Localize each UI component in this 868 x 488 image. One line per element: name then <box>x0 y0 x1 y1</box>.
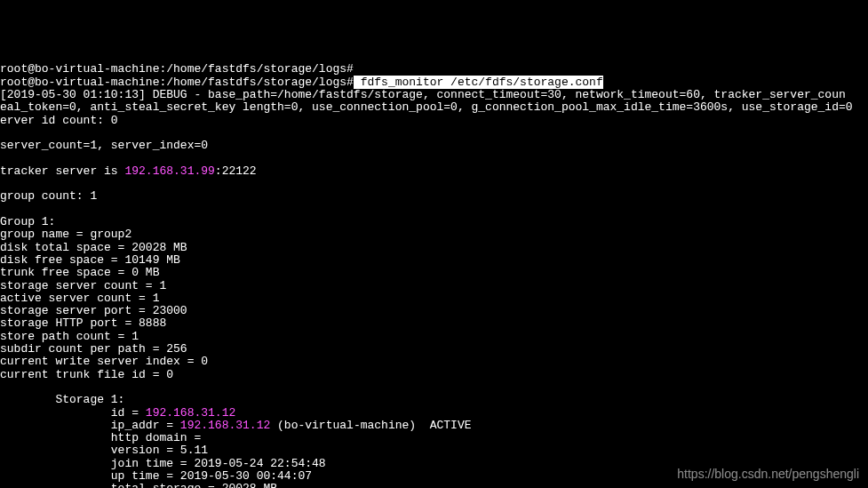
blank-3 <box>0 178 868 190</box>
store-path-count: store path count = 1 <box>0 331 868 343</box>
trunk-free: trunk free space = 0 MB <box>0 267 868 279</box>
group-header: Group 1: <box>0 216 868 228</box>
server-count: server_count=1, server_index=0 <box>0 140 868 152</box>
prompt-line-prev: root@bo-virtual-machine:/home/fastdfs/st… <box>0 63 868 76</box>
blank-2 <box>0 153 868 165</box>
group-count: group count: 1 <box>0 190 868 203</box>
storage-ip-addr: 192.168.31.12 <box>180 419 270 432</box>
storage-header: Storage 1: <box>0 394 868 406</box>
blank-4 <box>0 204 868 216</box>
disk-total: disk total space = 20028 MB <box>0 242 868 254</box>
storage-ip-prefix: ip_addr = <box>0 419 180 432</box>
active-count: active server count = 1 <box>0 292 868 305</box>
prompt-prev: root@bo-virtual-machine:/home/fastdfs/st… <box>0 62 354 76</box>
group-name: group name = group2 <box>0 228 868 241</box>
debug-line-1: [2019-05-30 01:10:13] DEBUG - base_path=… <box>0 89 868 101</box>
tracker-prefix: tracker server is <box>0 164 124 178</box>
prompt-line: root@bo-virtual-machine:/home/fastdfs/st… <box>0 76 868 89</box>
subdir-count: subdir count per path = 256 <box>0 343 868 356</box>
http-port: storage HTTP port = 8888 <box>0 317 868 330</box>
total-storage: total storage = 20028 MB <box>0 483 868 488</box>
blank-5 <box>0 381 868 394</box>
trunk-file-id: current trunk file id = 0 <box>0 369 868 381</box>
tracker-line: tracker server is 192.168.31.99:22122 <box>0 165 868 178</box>
watermark: https://blog.csdn.net/pengshengli <box>677 468 859 481</box>
version: version = 5.11 <box>0 444 868 457</box>
http-domain: http domain = <box>0 432 868 444</box>
storage-id-ip: 192.168.31.12 <box>146 406 235 420</box>
storage-ip-line: ip_addr = 192.168.31.12 (bo-virtual-mach… <box>0 420 868 432</box>
blank-1 <box>0 127 868 140</box>
server-id-count: erver id count: 0 <box>0 115 868 127</box>
storage-ip-suffix: (bo-virtual-machine) ACTIVE <box>270 419 471 432</box>
write-index: current write server index = 0 <box>0 356 868 368</box>
storage-id-line: id = 192.168.31.12 <box>0 407 868 420</box>
tracker-port: :22122 <box>215 164 257 178</box>
storage-id-prefix: id = <box>0 406 146 420</box>
terminal-output[interactable]: root@bo-virtual-machine:/home/fastdfs/st… <box>0 51 868 488</box>
prompt: root@bo-virtual-machine:/home/fastdfs/st… <box>0 76 354 89</box>
disk-free: disk free space = 10149 MB <box>0 254 868 267</box>
storage-port: storage server port = 23000 <box>0 305 868 317</box>
storage-count: storage server count = 1 <box>0 280 868 292</box>
tracker-ip: 192.168.31.99 <box>124 164 214 178</box>
command: fdfs_monitor /etc/fdfs/storage.conf <box>354 76 603 89</box>
debug-line-2: eal_token=0, anti_steal_secret_key lengt… <box>0 101 868 114</box>
